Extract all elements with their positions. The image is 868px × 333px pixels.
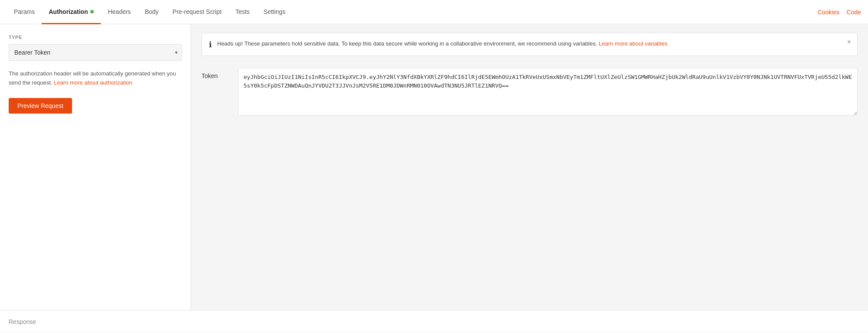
preview-request-button[interactable]: Preview Request	[9, 98, 72, 114]
token-row: Token	[201, 68, 858, 116]
tab-body[interactable]: Body	[138, 0, 165, 24]
learn-more-auth-link[interactable]: Learn more about authorization	[54, 79, 132, 86]
tab-settings[interactable]: Settings	[257, 0, 293, 24]
right-panel: ℹ Heads up! These parameters hold sensit…	[191, 24, 868, 310]
token-label: Token	[201, 68, 228, 79]
tab-headers[interactable]: Headers	[101, 0, 138, 24]
active-dot-authorization	[90, 10, 94, 13]
tab-authorization[interactable]: Authorization	[42, 0, 101, 24]
main-content: TYPE No AuthAPI KeyBearer TokenBasic Aut…	[0, 24, 868, 310]
tab-tests[interactable]: Tests	[228, 0, 257, 24]
tab-pre-request-script[interactable]: Pre-request Script	[165, 0, 228, 24]
type-label: TYPE	[9, 35, 182, 40]
alert-close-button[interactable]: ×	[847, 39, 851, 46]
alert-text: Heads up! These parameters hold sensitiv…	[217, 39, 850, 49]
left-panel: TYPE No AuthAPI KeyBearer TokenBasic Aut…	[0, 24, 191, 310]
tab-bar: ParamsAuthorizationHeadersBodyPre-reques…	[0, 0, 868, 24]
tab-bar-right: Cookies Code	[818, 9, 861, 16]
info-icon: ℹ	[209, 40, 212, 49]
response-label: Response	[9, 318, 36, 325]
alert-box: ℹ Heads up! These parameters hold sensit…	[201, 33, 858, 56]
code-link[interactable]: Code	[847, 9, 861, 16]
response-bar: Response	[0, 310, 868, 333]
type-select[interactable]: No AuthAPI KeyBearer TokenBasic AuthDige…	[9, 44, 182, 61]
type-select-wrapper: No AuthAPI KeyBearer TokenBasic AuthDige…	[9, 44, 182, 61]
auth-description: The authorization header will be automat…	[9, 69, 182, 88]
cookies-link[interactable]: Cookies	[818, 9, 840, 16]
token-input[interactable]	[238, 68, 858, 116]
tab-params[interactable]: Params	[7, 0, 42, 24]
learn-more-variables-link[interactable]: Learn more about variables	[599, 40, 667, 47]
